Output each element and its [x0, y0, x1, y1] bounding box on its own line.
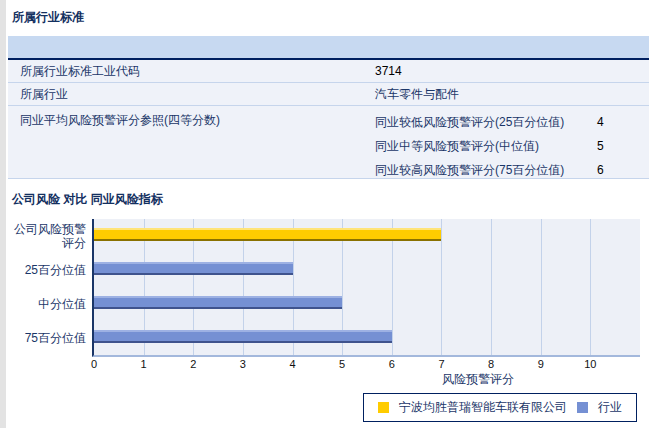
x-tick-label: 7	[438, 358, 444, 371]
row-label: 所属行业标准工业代码	[8, 63, 375, 80]
row-label: 同业平均风险预警评分参照(四等分数)	[8, 106, 375, 129]
category-label: 75百分位值	[6, 321, 92, 355]
section-title-industry-standard: 所属行业标准	[6, 10, 649, 24]
x-tick-label: 8	[488, 358, 494, 371]
category-label: 中分位值	[6, 287, 92, 321]
subrow-value-median: 5	[597, 139, 649, 153]
report-page: 所属行业标准 所属行业标准工业代码 3714 所属行业 汽车零件与配件 同业平均…	[0, 0, 649, 428]
y-axis-labels: 公司风险预警评分25百分位值中分位值75百分位值	[6, 219, 92, 357]
x-tick-label: 9	[538, 358, 544, 371]
table-row-industry-code: 所属行业标准工业代码 3714	[8, 60, 649, 83]
subrow-low-risk: 同业较低风险预警评分(25百分位值) 4	[375, 110, 649, 134]
peer-score-subrows: 同业较低风险预警评分(25百分位值) 4 同业中等风险预警评分(中位值) 5 同…	[375, 106, 649, 182]
gridline	[541, 219, 542, 355]
x-tick-label: 5	[339, 358, 345, 371]
bar-行业	[94, 262, 293, 275]
x-tick-label: 4	[289, 358, 295, 371]
gridline	[590, 219, 591, 355]
x-axis-ticks: 012345678910	[94, 357, 640, 372]
chart-body: 公司风险预警评分25百分位值中分位值75百分位值	[6, 219, 649, 357]
legend-swatch-company	[378, 402, 389, 413]
x-tick-label: 6	[389, 358, 395, 371]
legend-label-industry: 行业	[598, 399, 622, 416]
legend-row: 宁波均胜普瑞智能车联有限公司 行业	[6, 393, 649, 422]
row-value-industry-code: 3714	[375, 64, 649, 78]
legend-swatch-industry	[577, 402, 588, 413]
legend-label-company: 宁波均胜普瑞智能车联有限公司	[399, 399, 567, 416]
bar-行业	[94, 330, 392, 343]
gridline	[441, 219, 442, 355]
bar-宁波均胜普瑞智能车联有限公司	[94, 228, 441, 241]
category-label: 25百分位值	[6, 253, 92, 287]
plot-area	[92, 219, 640, 357]
section-title-risk-comparison: 公司风险 对比 同业风险指标	[6, 192, 649, 206]
bar-行业	[94, 296, 342, 309]
subrow-label: 同业中等风险预警评分(中位值)	[375, 138, 597, 155]
row-label: 所属行业	[8, 86, 375, 103]
table-row-industry: 所属行业 汽车零件与配件	[8, 83, 649, 106]
x-tick-label: 2	[190, 358, 196, 371]
subrow-high-risk: 同业较高风险预警评分(75百分位值) 6	[375, 158, 649, 182]
x-axis: 012345678910	[6, 357, 649, 372]
x-tick-label: 1	[141, 358, 147, 371]
row-value-industry: 汽车零件与配件	[375, 86, 649, 103]
table-header-row	[8, 36, 649, 60]
gridline	[491, 219, 492, 355]
subrow-value-25th: 4	[597, 115, 649, 129]
industry-standard-table: 所属行业标准工业代码 3714 所属行业 汽车零件与配件 同业平均风险预警评分参…	[8, 36, 649, 179]
category-label: 公司风险预警评分	[6, 219, 92, 253]
risk-comparison-chart: 公司风险 对比 同业风险指标 公司风险预警评分25百分位值中分位值75百分位值 …	[6, 192, 649, 422]
report-content: 所属行业标准 所属行业标准工业代码 3714 所属行业 汽车零件与配件 同业平均…	[6, 0, 649, 422]
x-axis-title: 风险预警评分	[6, 372, 649, 386]
subrow-label: 同业较高风险预警评分(75百分位值)	[375, 162, 597, 179]
x-tick-label: 3	[240, 358, 246, 371]
x-tick-label: 10	[584, 358, 596, 371]
table-row-peer-scores: 同业平均风险预警评分参照(四等分数) 同业较低风险预警评分(25百分位值) 4 …	[8, 106, 649, 179]
subrow-label: 同业较低风险预警评分(25百分位值)	[375, 114, 597, 131]
subrow-value-75th: 6	[597, 163, 649, 177]
subrow-mid-risk: 同业中等风险预警评分(中位值) 5	[375, 134, 649, 158]
chart-legend: 宁波均胜普瑞智能车联有限公司 行业	[363, 393, 637, 422]
x-tick-label: 0	[91, 358, 97, 371]
left-margin-strip	[0, 0, 6, 428]
